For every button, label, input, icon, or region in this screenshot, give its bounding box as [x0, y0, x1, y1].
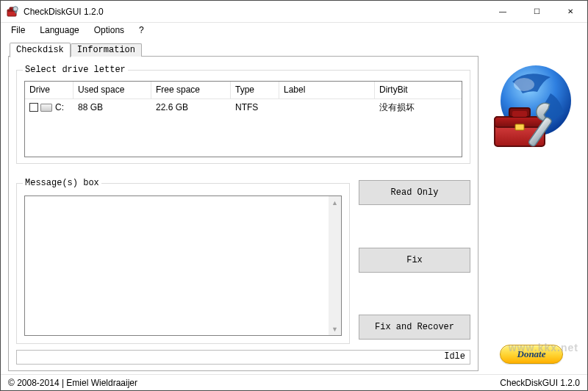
app-version: CheckDiskGUI 1.2.0 — [500, 378, 580, 388]
svg-rect-11 — [515, 124, 524, 130]
drive-name: C: — [55, 102, 64, 112]
col-used-space[interactable]: Used space — [74, 82, 151, 98]
minimize-icon: — — [499, 7, 506, 15]
tab-strip: Checkdisk Information — [10, 42, 478, 57]
messages-textarea[interactable]: ▲ ▼ — [24, 196, 342, 336]
col-free-space[interactable]: Free space — [151, 82, 231, 98]
scrollbar[interactable]: ▲ ▼ — [329, 196, 341, 335]
menubar: File Language Options ? — [1, 23, 587, 37]
right-column: Donate — [478, 42, 580, 371]
close-button[interactable]: ✕ — [553, 1, 587, 22]
table-row[interactable]: C: 88 GB 22.6 GB NTFS 没有损坏 — [25, 99, 462, 115]
tab-panel-checkdisk: Select drive letter Drive Used space Fre… — [8, 56, 478, 371]
svg-point-3 — [13, 6, 18, 10]
svg-point-6 — [514, 78, 534, 91]
window-controls: — ☐ ✕ — [486, 1, 587, 22]
menu-language[interactable]: Language — [34, 24, 85, 37]
cell-used: 88 GB — [74, 101, 151, 114]
menu-file[interactable]: File — [5, 24, 31, 37]
menu-help[interactable]: ? — [133, 24, 150, 37]
cell-drive: C: — [25, 101, 74, 114]
left-column: Checkdisk Information Select drive lette… — [8, 42, 478, 371]
drives-header: Drive Used space Free space Type Label D… — [25, 82, 462, 99]
col-dirtybit[interactable]: DirtyBit — [375, 82, 462, 98]
group-select-drive: Select drive letter Drive Used space Fre… — [16, 70, 470, 164]
maximize-icon: ☐ — [534, 7, 540, 15]
window-frame: CheckDiskGUI 1.2.0 — ☐ ✕ File Language O… — [0, 0, 588, 391]
scroll-down-icon[interactable]: ▼ — [329, 323, 341, 335]
menu-options[interactable]: Options — [88, 24, 130, 37]
maximize-button[interactable]: ☐ — [520, 1, 553, 22]
fix-button[interactable]: Fix — [359, 248, 470, 273]
drives-listview[interactable]: Drive Used space Free space Type Label D… — [24, 81, 462, 157]
group-messages: Message(s) box ▲ ▼ — [16, 183, 350, 344]
cell-dirty: 没有损坏 — [375, 100, 462, 115]
cell-type: NTFS — [231, 101, 279, 114]
tab-checkdisk[interactable]: Checkdisk — [10, 43, 71, 57]
cell-label — [279, 106, 375, 109]
drive-icon — [40, 104, 52, 112]
col-drive[interactable]: Drive — [25, 82, 74, 98]
group-messages-legend: Message(s) box — [23, 178, 101, 188]
read-only-button[interactable]: Read Only — [359, 180, 470, 205]
statusbar: © 2008-2014 | Emiel Wieldraaijer CheckDi… — [1, 374, 587, 390]
progress-bar: Idle — [16, 350, 470, 365]
scroll-up-icon[interactable]: ▲ — [329, 196, 341, 209]
close-icon: ✕ — [567, 7, 573, 15]
titlebar: CheckDiskGUI 1.2.0 — ☐ ✕ — [1, 1, 587, 23]
col-type[interactable]: Type — [231, 82, 279, 98]
app-icon — [7, 6, 18, 18]
upper-region: Checkdisk Information Select drive lette… — [8, 42, 580, 371]
messages-row: Message(s) box ▲ ▼ Read Only Fix — [16, 177, 470, 344]
col-label[interactable]: Label — [279, 82, 375, 98]
svg-rect-10 — [512, 111, 527, 117]
group-select-drive-legend: Select drive letter — [23, 65, 128, 75]
minimize-button[interactable]: — — [486, 1, 520, 22]
fix-and-recover-button[interactable]: Fix and Recover — [359, 315, 470, 340]
action-buttons: Read Only Fix Fix and Recover — [359, 177, 470, 344]
tab-information[interactable]: Information — [71, 43, 142, 57]
progress-status: Idle — [444, 351, 465, 362]
window-title: CheckDiskGUI 1.2.0 — [24, 7, 486, 17]
cell-free: 22.6 GB — [151, 101, 231, 114]
donate-button[interactable]: Donate — [500, 345, 563, 364]
globe-toolbox-icon — [484, 60, 578, 154]
drive-checkbox[interactable] — [29, 103, 38, 112]
client-area: Checkdisk Information Select drive lette… — [1, 37, 587, 374]
copyright: © 2008-2014 | Emiel Wieldraaijer — [8, 378, 137, 388]
